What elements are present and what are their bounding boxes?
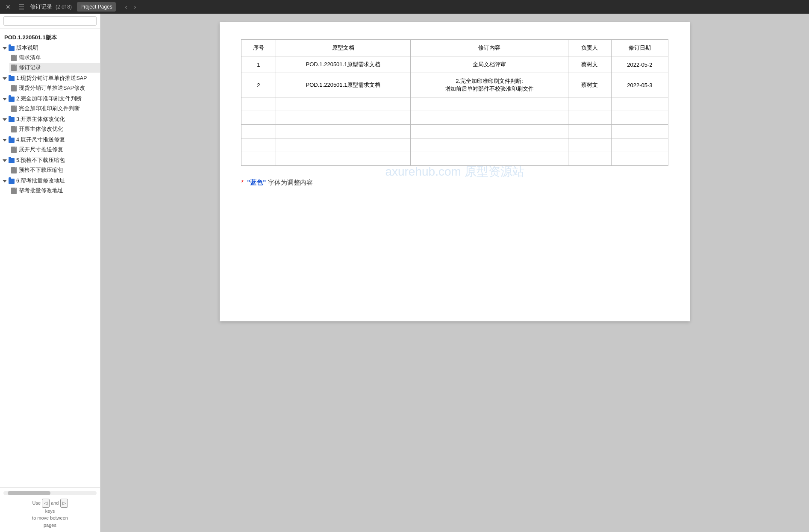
sidebar-children-g5: 预检不下载压缩包 (0, 165, 100, 175)
folder-icon (9, 158, 15, 163)
folder-icon (9, 97, 15, 102)
sidebar-group-g5: 5.预检不下载压缩包预检不下载压缩包 (0, 156, 100, 175)
table-cell-3-2 (411, 111, 568, 125)
table-cell-6-3 (568, 152, 611, 166)
sidebar-group-header-g6[interactable]: 6.帮考批量修改地址 (0, 176, 100, 186)
table-cell-5-2 (411, 138, 568, 152)
table-cell-6-1 (276, 152, 411, 166)
table-cell-1-2: 2.完全加印准印刷文件判断:增加前后单衬部件不校验准印刷文件 (411, 73, 568, 97)
sidebar-group-header-g0[interactable]: 版本说明 (0, 43, 100, 53)
sidebar-children-g3: 开票主体修改优化 (0, 124, 100, 134)
table-cell-0-1: POD.1.220501.1原型需求文档 (276, 56, 411, 73)
sidebar-group-header-g5[interactable]: 5.预检不下载压缩包 (0, 156, 100, 165)
table-cell-4-4 (611, 125, 668, 138)
doc-icon (11, 55, 17, 61)
sidebar-item-c1[interactable]: 修订记录 (9, 63, 100, 73)
doc-icon (11, 106, 17, 112)
sidebar-item-c7[interactable]: 帮考批量修改地址 (9, 186, 100, 196)
nav-hint-move: to move between (32, 515, 68, 520)
table-cell-5-3 (568, 138, 611, 152)
sidebar: POD.1.220501.1版本 版本说明需求清单修订记录1.现货分销订单单价推… (0, 14, 100, 532)
sidebar-group-header-g3[interactable]: 3.开票主体修改优化 (0, 115, 100, 124)
sidebar-item-label: 帮考批量修改地址 (19, 187, 63, 194)
sidebar-item-label: 开票主体修改优化 (19, 126, 63, 133)
sidebar-item-c3[interactable]: 完全加印准印刷文件判断 (9, 104, 100, 114)
folder-icon (9, 117, 15, 122)
top-bar: ✕ ☰ 修订记录 (2 of 8) Project Pages ‹ › (0, 0, 809, 14)
watermark: axurehub.com 原型资源站 (385, 164, 524, 180)
table-row (241, 152, 668, 166)
sidebar-group-label: 1.现货分销订单单价推送SAP (16, 75, 87, 82)
search-input[interactable] (3, 16, 97, 26)
table-cell-2-1 (276, 97, 411, 111)
sidebar-tree: POD.1.220501.1版本 版本说明需求清单修订记录1.现货分销订单单价推… (0, 29, 100, 487)
nav-hint-and: and (51, 500, 59, 506)
nav-hint-keys: keys (45, 508, 55, 514)
triangle-icon (3, 139, 7, 141)
sidebar-group-label: 4.展开尺寸推送修复 (16, 136, 65, 144)
triangle-icon (3, 180, 7, 182)
folder-icon (9, 179, 15, 184)
table-cell-4-1 (276, 125, 411, 138)
close-button[interactable]: ✕ (3, 3, 13, 11)
sidebar-group-label: 6.帮考批量修改地址 (16, 177, 65, 185)
nav-hint-pages: pages (44, 523, 56, 528)
sidebar-item-label: 需求清单 (19, 54, 41, 62)
sidebar-search-area (0, 14, 100, 29)
triangle-icon (3, 47, 7, 50)
revision-table: 序号原型文档修订内容负责人修订日期 1POD.1.220501.1原型需求文档全… (241, 39, 668, 166)
folder-icon (9, 138, 15, 143)
sidebar-scrollbar[interactable] (3, 491, 97, 495)
table-cell-4-2 (411, 125, 568, 138)
sidebar-item-c4[interactable]: 开票主体修改优化 (9, 124, 100, 134)
sidebar-children-g6: 帮考批量修改地址 (0, 186, 100, 196)
sidebar-item-c5[interactable]: 展开尺寸推送修复 (9, 145, 100, 155)
menu-button[interactable]: ☰ (16, 2, 26, 12)
sidebar-item-c6[interactable]: 预检不下载压缩包 (9, 165, 100, 175)
table-cell-4-0 (241, 125, 276, 138)
note-text: "蓝色" 字体为调整内容 (247, 179, 312, 187)
page-canvas: axurehub.com 原型资源站 序号原型文档修订内容负责人修订日期 1PO… (220, 22, 690, 321)
sidebar-item-c0[interactable]: 需求清单 (9, 53, 100, 63)
table-row (241, 111, 668, 125)
sidebar-children-g4: 展开尺寸推送修复 (0, 145, 100, 155)
nav-prev-button[interactable]: ‹ (123, 3, 130, 11)
table-row: 2POD.1.220501.1原型需求文档2.完全加印准印刷文件判断:增加前后单… (241, 73, 668, 97)
table-cell-4-3 (568, 125, 611, 138)
sidebar-group-header-g2[interactable]: 2.完全加印准印刷文件判断 (0, 94, 100, 104)
table-row (241, 125, 668, 138)
table-row (241, 138, 668, 152)
nav-hint: Use ◁ and ▷ keys to move between pages (3, 499, 97, 529)
doc-icon (11, 147, 17, 153)
sidebar-group-label: 版本说明 (16, 44, 38, 52)
table-cell-1-3: 蔡树文 (568, 73, 611, 97)
table-cell-6-2 (411, 152, 568, 166)
sidebar-item-c2[interactable]: 现货分销订单推送SAP修改 (9, 83, 100, 93)
sidebar-group-g4: 4.展开尺寸推送修复展开尺寸推送修复 (0, 135, 100, 155)
table-cell-6-4 (611, 152, 668, 166)
triangle-icon (3, 159, 7, 162)
sidebar-item-label: 预检不下载压缩包 (19, 167, 63, 174)
table-cell-3-0 (241, 111, 276, 125)
sidebar-item-label: 现货分销订单推送SAP修改 (19, 85, 85, 92)
tree-root-label: POD.1.220501.1版本 (0, 31, 100, 43)
sidebar-group-g2: 2.完全加印准印刷文件判断完全加印准印刷文件判断 (0, 94, 100, 114)
sidebar-children-g2: 完全加印准印刷文件判断 (0, 104, 100, 114)
sidebar-group-header-g1[interactable]: 1.现货分销订单单价推送SAP (0, 73, 100, 83)
sidebar-children-g0: 需求清单修订记录 (0, 53, 100, 73)
table-cell-3-4 (611, 111, 668, 125)
th-3: 负责人 (568, 40, 611, 56)
sidebar-item-label: 修订记录 (19, 64, 41, 71)
table-cell-3-3 (568, 111, 611, 125)
table-cell-0-3: 蔡树文 (568, 56, 611, 73)
nav-next-button[interactable]: › (131, 3, 138, 11)
table-cell-0-4: 2022-05-2 (611, 56, 668, 73)
sidebar-group-header-g4[interactable]: 4.展开尺寸推送修复 (0, 135, 100, 145)
sidebar-group-label: 3.开票主体修改优化 (16, 116, 65, 123)
table-cell-2-4 (611, 97, 668, 111)
table-row (241, 97, 668, 111)
sidebar-item-label: 展开尺寸推送修复 (19, 146, 63, 153)
sidebar-children-g1: 现货分销订单推送SAP修改 (0, 83, 100, 93)
sidebar-item-label: 完全加印准印刷文件判断 (19, 105, 80, 112)
th-4: 修订日期 (611, 40, 668, 56)
